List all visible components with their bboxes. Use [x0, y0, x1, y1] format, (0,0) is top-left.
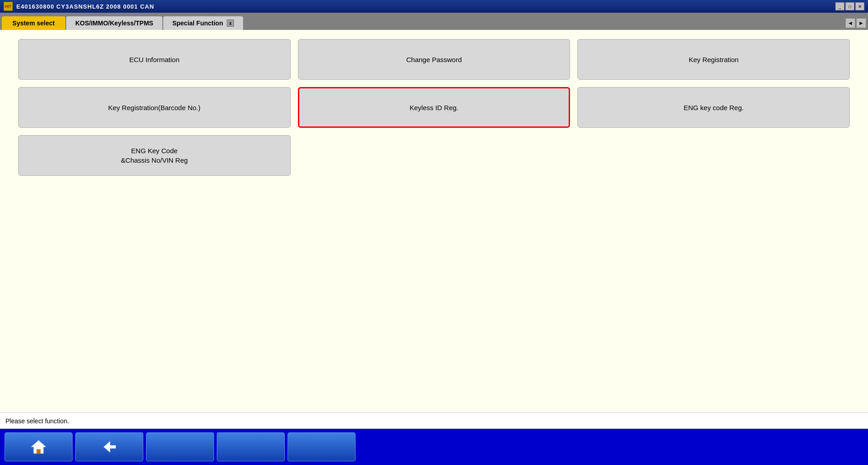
empty-cell-1: [298, 135, 571, 176]
app-icon: HIT: [4, 2, 13, 11]
titlebar-left: HIT E401630800 CY3ASNSHL6Z 2008 0001 CAN: [4, 2, 154, 11]
toolbar-button-4[interactable]: [217, 432, 285, 461]
close-button[interactable]: ✕: [855, 2, 864, 10]
main-content: ECU Information Change Password Key Regi…: [0, 30, 868, 412]
svg-rect-1: [37, 449, 41, 453]
tab-prev-button[interactable]: ◄: [845, 18, 855, 28]
minimize-button[interactable]: _: [835, 2, 844, 10]
ecu-information-button[interactable]: ECU Information: [18, 39, 291, 80]
back-button[interactable]: [75, 432, 143, 461]
eng-key-code-chassis-button[interactable]: ENG Key Code &Chassis No/VIN Reg: [18, 135, 291, 176]
tab-close-button[interactable]: x: [227, 19, 234, 27]
home-icon: [30, 439, 47, 455]
tab-navigation: ◄ ►: [845, 18, 866, 28]
keyless-id-reg-button[interactable]: Keyless ID Reg.: [298, 87, 571, 128]
status-text: Please select function.: [5, 417, 69, 425]
toolbar-button-5[interactable]: [288, 432, 356, 461]
key-registration-button[interactable]: Key Registration: [577, 39, 850, 80]
tab-kos-immo-label: KOS/IMMO/Keyless/TPMS: [75, 19, 153, 27]
toolbar-button-3[interactable]: [146, 432, 214, 461]
titlebar-controls: _ □ ✕: [835, 2, 864, 10]
change-password-button[interactable]: Change Password: [298, 39, 571, 80]
back-icon: [101, 439, 117, 455]
key-registration-barcode-button[interactable]: Key Registration(Barcode No.): [18, 87, 291, 128]
tab-kos-immo[interactable]: KOS/IMMO/Keyless/TPMS: [66, 16, 162, 30]
eng-key-code-reg-button[interactable]: ENG key code Reg.: [577, 87, 850, 128]
tab-system-select-label: System select: [12, 19, 54, 27]
titlebar-title: E401630800 CY3ASNSHL6Z 2008 0001 CAN: [16, 3, 154, 10]
tab-next-button[interactable]: ►: [856, 18, 866, 28]
statusbar: Please select function.: [0, 412, 868, 429]
tab-special-function-label: Special Function: [172, 19, 223, 27]
bottombar: [0, 429, 868, 465]
home-button[interactable]: [5, 432, 73, 461]
tabbar: System select KOS/IMMO/Keyless/TPMS Spec…: [0, 13, 868, 30]
tab-special-function[interactable]: Special Function x: [163, 16, 243, 30]
titlebar: HIT E401630800 CY3ASNSHL6Z 2008 0001 CAN…: [0, 0, 868, 13]
tab-system-select[interactable]: System select: [2, 16, 65, 30]
empty-cell-2: [577, 135, 850, 176]
svg-marker-2: [103, 441, 116, 452]
maximize-button[interactable]: □: [845, 2, 854, 10]
